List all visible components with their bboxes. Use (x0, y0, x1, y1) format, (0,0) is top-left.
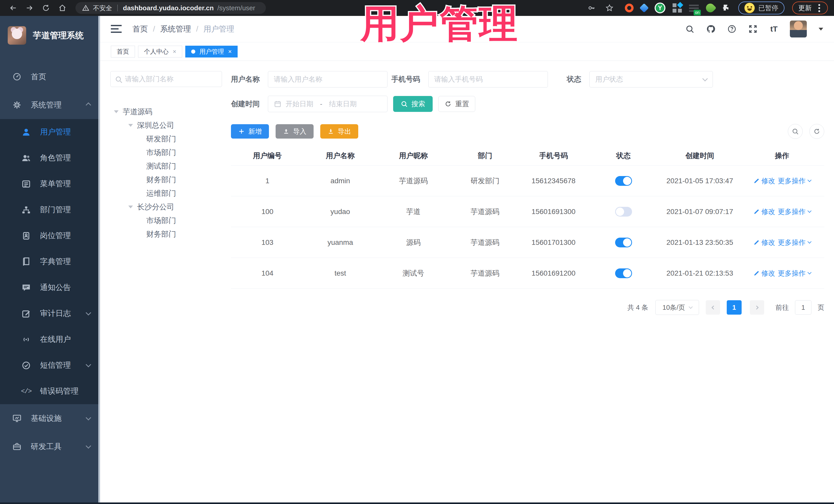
sidebar-scrollbar[interactable] (98, 16, 100, 502)
more-actions-link[interactable]: 更多操作 (778, 238, 811, 247)
edit-link[interactable]: 修改 (753, 238, 775, 247)
tree-node[interactable]: 长沙分公司 (110, 200, 222, 214)
browser-home-icon[interactable] (56, 1, 69, 15)
edit-link[interactable]: 修改 (753, 207, 775, 216)
username-field[interactable] (268, 71, 388, 88)
status-toggle[interactable] (615, 207, 632, 217)
tree-caret-icon[interactable] (114, 110, 118, 113)
date-range-picker[interactable]: 开始日期 - 结束日期 (268, 96, 388, 112)
breadcrumb-home[interactable]: 首页 (132, 24, 148, 35)
extension-ring-icon[interactable] (625, 4, 634, 12)
sidebar-item-system[interactable]: 系统管理 (0, 91, 100, 119)
breadcrumb-section[interactable]: 系统管理 (160, 24, 191, 35)
avatar-caret-down-icon[interactable] (819, 28, 823, 30)
browser-reload-icon[interactable] (39, 1, 53, 15)
username-input[interactable] (274, 75, 381, 83)
next-page-button[interactable] (750, 300, 764, 314)
tree-node[interactable]: 运维部门 (110, 187, 222, 200)
font-size-icon[interactable] (769, 24, 779, 34)
avatar[interactable] (790, 21, 807, 38)
github-icon[interactable] (706, 24, 716, 34)
department-search[interactable] (110, 71, 222, 87)
toggle-search-button[interactable] (788, 124, 803, 139)
sidebar-item-audit-log[interactable]: 审计日志 (0, 301, 100, 326)
sidebar-item-label: 字典管理 (40, 256, 90, 267)
extension-gem-icon[interactable] (639, 3, 649, 13)
more-actions-link[interactable]: 更多操作 (778, 207, 811, 216)
check-circle-icon (21, 361, 32, 370)
page-size-select[interactable]: 10条/页 (655, 300, 699, 315)
prev-page-button[interactable] (706, 300, 720, 314)
sidebar-item-posts[interactable]: 岗位管理 (0, 223, 100, 249)
tree-node[interactable]: 市场部门 (110, 146, 222, 159)
extension-y-icon[interactable] (655, 3, 665, 13)
column-header: 创建时间 (660, 151, 740, 161)
status-toggle[interactable] (615, 176, 632, 186)
sidebar-item-dev-tools[interactable]: 研发工具 (0, 432, 100, 461)
tree-node[interactable]: 芋道源码 (110, 105, 222, 118)
more-actions-link[interactable]: 更多操作 (778, 176, 811, 185)
status-select[interactable]: 用户状态 (589, 71, 713, 88)
edit-link[interactable]: 修改 (753, 269, 775, 278)
sidebar-item-sms[interactable]: 短信管理 (0, 352, 100, 378)
tab-profile[interactable]: 个人中心 × (138, 46, 182, 58)
refresh-table-button[interactable] (809, 124, 824, 139)
extensions-puzzle-icon[interactable] (722, 4, 730, 12)
sidebar-item-menus[interactable]: 菜单管理 (0, 171, 100, 197)
close-icon[interactable]: × (228, 48, 232, 54)
mobile-field[interactable] (428, 71, 548, 88)
sidebar-collapse-icon[interactable] (111, 25, 122, 34)
current-page-button[interactable]: 1 (727, 300, 742, 314)
tree-node[interactable]: 财务部门 (110, 173, 222, 187)
search-button[interactable]: 搜索 (393, 96, 433, 112)
export-button[interactable]: 导出 (320, 124, 358, 138)
sidebar-item-home[interactable]: 首页 (0, 63, 100, 91)
sidebar-item-infrastructure[interactable]: 基础设施 (0, 404, 100, 432)
sidebar-item-depts[interactable]: 部门管理 (0, 197, 100, 223)
chevron-down-icon (86, 310, 91, 315)
browser-forward-icon[interactable] (23, 1, 37, 15)
user-table: 用户编号 用户名称 用户昵称 部门 手机号码 状态 创建时间 操作 1 admi… (231, 146, 824, 289)
tree-node[interactable]: 测试部门 (110, 159, 222, 173)
tree-node[interactable]: 深圳总公司 (110, 118, 222, 132)
mobile-input[interactable] (434, 75, 542, 83)
paused-pill[interactable]: 已暂停 (738, 2, 785, 14)
tree-node[interactable]: 市场部门 (110, 214, 222, 227)
status-toggle[interactable] (615, 268, 632, 278)
key-icon[interactable] (586, 1, 597, 15)
tree-node[interactable]: 财务部门 (110, 227, 222, 241)
status-toggle[interactable] (615, 238, 632, 247)
tree-node[interactable]: 研发部门 (110, 132, 222, 146)
tree-caret-icon[interactable] (128, 205, 133, 209)
sidebar-item-dict[interactable]: 字典管理 (0, 249, 100, 275)
extension-switch-icon[interactable] (689, 4, 699, 12)
import-button[interactable]: 导入 (276, 124, 313, 138)
extension-grid-icon[interactable] (673, 3, 682, 13)
update-button[interactable]: 更新 (792, 2, 828, 14)
fullscreen-icon[interactable] (748, 24, 758, 34)
goto-page-input[interactable] (795, 300, 811, 314)
more-actions-link[interactable]: 更多操作 (778, 269, 811, 278)
browser-address-bar[interactable]: 不安全 dashboard.yudao.iocoder.cn/system/us… (75, 2, 266, 14)
sidebar-item-online-users[interactable]: 在线用户 (0, 326, 100, 352)
close-icon[interactable]: × (173, 48, 176, 54)
tree-caret-icon[interactable] (128, 124, 133, 127)
sidebar-item-notice[interactable]: 通知公告 (0, 275, 100, 301)
bookmark-star-icon[interactable] (604, 1, 615, 15)
edit-link[interactable]: 修改 (753, 176, 775, 185)
tab-home[interactable]: 首页 (111, 46, 135, 58)
reset-button[interactable]: 重置 (438, 96, 475, 112)
sidebar-item-users[interactable]: 用户管理 (0, 119, 100, 145)
sidebar-item-roles[interactable]: 角色管理 (0, 145, 100, 171)
department-search-input[interactable] (125, 75, 217, 83)
sidebar-item-error-codes[interactable]: </> 错误码管理 (0, 378, 100, 404)
edit-square-icon (21, 309, 32, 318)
tab-user-management[interactable]: 用户管理 × (185, 46, 238, 58)
add-button[interactable]: 新增 (231, 124, 269, 138)
app-brand[interactable]: 芋道管理系统 (0, 16, 100, 55)
browser-back-icon[interactable] (6, 1, 20, 15)
extension-sprout-icon[interactable] (704, 2, 717, 14)
help-icon[interactable] (727, 24, 737, 34)
search-icon[interactable] (685, 24, 695, 34)
browser-menu-kebab-icon[interactable] (818, 7, 820, 9)
